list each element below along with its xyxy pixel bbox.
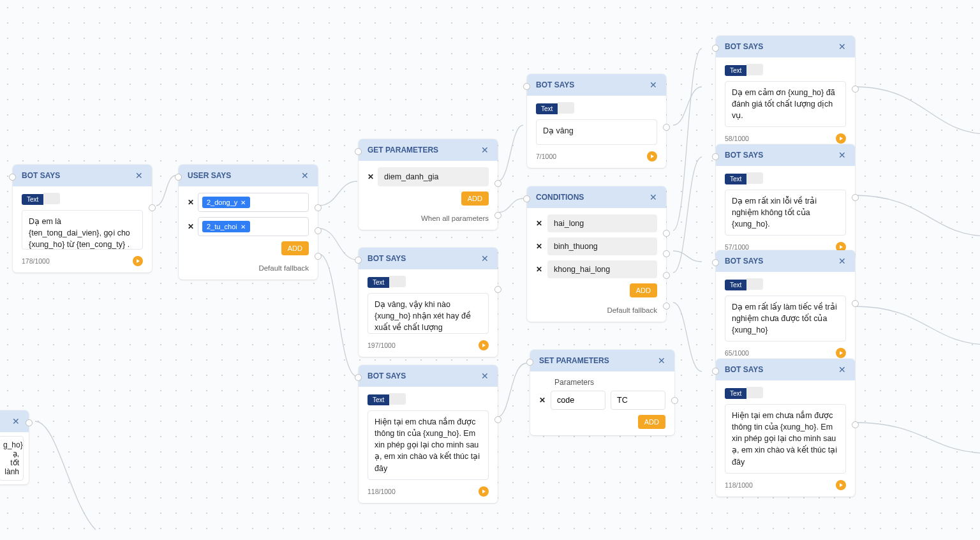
condition-item[interactable]: khong_hai_long (547, 260, 657, 278)
speech-text[interactable]: Dạ em cảm ơn {xung_ho} đã đánh giá tốt c… (725, 81, 846, 127)
input-port[interactable] (175, 174, 182, 181)
output-port[interactable] (852, 86, 859, 93)
close-icon[interactable]: ✕ (838, 150, 846, 160)
close-icon[interactable]: ✕ (481, 371, 489, 381)
bot-says-node-followup[interactable]: BOT SAYS ✕ Text Dạ vâng, vậy khi nào {xu… (359, 248, 498, 357)
speech-text[interactable]: Hiện tại em chưa nắm được thông tin của … (725, 404, 846, 474)
output-port-3[interactable] (663, 272, 670, 279)
output-port[interactable] (671, 397, 678, 404)
bot-says-node-noinfo[interactable]: BOT SAYS ✕ Text Hiện tại em chưa nắm đượ… (359, 365, 498, 503)
node-header[interactable]: SET PARAMETERS ✕ (530, 350, 674, 371)
play-icon[interactable] (479, 340, 489, 350)
remove-icon[interactable]: ✕ (539, 396, 546, 405)
text-type-toggle[interactable]: Text (22, 193, 60, 205)
text-type-toggle[interactable]: Text (725, 278, 763, 290)
bot-says-node-noinfo2[interactable]: BOT SAYS ✕ Text Hiện tại em chưa nắm đượ… (716, 359, 855, 497)
output-port[interactable] (494, 286, 501, 293)
input-port[interactable] (712, 153, 719, 160)
output-port[interactable] (494, 416, 501, 423)
input-port[interactable] (712, 368, 719, 375)
play-icon[interactable] (479, 486, 489, 497)
set-parameters-node[interactable]: SET PARAMETERS ✕ Parameters ✕ code TC AD… (530, 350, 674, 435)
bot-says-node-yes[interactable]: BOT SAYS ✕ Text Dạ vâng 7/1000 (527, 74, 666, 168)
node-header[interactable]: GET PARAMETERS ✕ (359, 139, 498, 161)
close-icon[interactable]: ✕ (301, 170, 309, 181)
close-icon[interactable]: ✕ (481, 145, 489, 155)
node-header[interactable]: BOT SAYS ✕ (716, 36, 855, 57)
param-key[interactable]: code (551, 391, 605, 410)
input-port[interactable] (523, 195, 530, 202)
play-icon[interactable] (647, 151, 657, 161)
remove-icon[interactable]: ✕ (188, 222, 194, 231)
node-header[interactable]: BOT SAYS ✕ (716, 250, 855, 272)
output-port[interactable] (852, 421, 859, 428)
remove-icon[interactable]: ✕ (536, 265, 542, 274)
output-port-param[interactable] (494, 180, 501, 187)
text-type-toggle[interactable]: Text (368, 393, 406, 405)
node-header[interactable]: BOT SAYS ✕ (716, 359, 855, 380)
input-port[interactable] (712, 259, 719, 266)
condition-item[interactable]: hai_long (547, 214, 657, 232)
close-icon[interactable]: ✕ (838, 41, 846, 52)
input-port[interactable] (523, 83, 530, 90)
play-icon[interactable] (836, 348, 846, 358)
output-port[interactable] (26, 419, 33, 426)
input-port[interactable] (9, 174, 16, 181)
speech-text[interactable]: Dạ em rất xin lỗi về trải nghiệm không t… (725, 190, 846, 236)
speech-text[interactable]: Hiện tại em chưa nắm được thông tin của … (368, 410, 489, 480)
output-port[interactable] (149, 204, 156, 211)
text-type-toggle[interactable]: Text (725, 172, 763, 184)
speech-text[interactable]: Dạ vâng (536, 119, 657, 145)
get-parameters-node[interactable]: GET PARAMETERS ✕ ✕ diem_danh_gia ADD Whe… (359, 139, 498, 230)
node-header[interactable]: CONDITIONS ✕ (527, 186, 666, 208)
close-icon[interactable]: ✕ (658, 356, 665, 366)
node-header[interactable]: BOT SAYS ✕ (716, 144, 855, 166)
input-port[interactable] (355, 374, 362, 381)
intent-input-2[interactable]: 2_tu_choi✕ (198, 217, 309, 236)
add-button[interactable]: ADD (281, 241, 309, 255)
chip-remove-icon[interactable]: ✕ (241, 223, 246, 230)
user-says-node[interactable]: USER SAYS ✕ ✕ 2_dong_y✕ ✕ 2_tu_choi✕ ADD… (179, 165, 318, 280)
add-button[interactable]: ADD (630, 283, 657, 297)
close-icon[interactable]: ✕ (838, 256, 846, 266)
output-port[interactable] (852, 194, 859, 201)
partial-node-cutoff[interactable]: ✕ g_ho} ạ, tốt lành (0, 410, 29, 484)
remove-icon[interactable]: ✕ (536, 219, 542, 228)
text-type-toggle[interactable]: Text (536, 102, 574, 114)
close-icon[interactable]: ✕ (650, 80, 657, 90)
text-type-toggle[interactable]: Text (725, 64, 763, 76)
output-port-2[interactable] (315, 227, 322, 234)
flow-canvas[interactable]: .ln{fill:none;stroke:#c8cfd6;stroke-widt… (0, 0, 980, 540)
output-port[interactable] (663, 124, 670, 131)
remove-icon[interactable]: ✕ (368, 172, 374, 181)
add-button[interactable]: ADD (461, 191, 489, 206)
output-port[interactable] (852, 300, 859, 307)
node-header[interactable]: BOT SAYS ✕ (359, 365, 498, 387)
param-name[interactable]: diem_danh_gia (378, 167, 489, 186)
play-icon[interactable] (133, 256, 143, 266)
condition-item[interactable]: binh_thuong (547, 237, 657, 255)
output-port-fallback[interactable] (315, 253, 322, 260)
input-port[interactable] (355, 148, 362, 155)
text-type-toggle[interactable]: Text (725, 387, 763, 399)
input-port[interactable] (355, 257, 362, 264)
speech-text[interactable]: Dạ em là {ten_tong_dai_vien}, gọi cho {x… (22, 210, 143, 250)
output-port-1[interactable] (663, 230, 670, 237)
param-value[interactable]: TC (611, 391, 665, 410)
remove-icon[interactable]: ✕ (188, 198, 194, 207)
output-port-all[interactable] (494, 212, 501, 219)
input-port[interactable] (712, 45, 719, 52)
input-port[interactable] (526, 359, 533, 366)
speech-text[interactable]: Dạ em rất lấy làm tiếc về trải nghiệm ch… (725, 296, 846, 341)
close-icon[interactable]: ✕ (481, 253, 489, 264)
close-icon[interactable]: ✕ (650, 192, 657, 202)
close-icon[interactable]: ✕ (838, 364, 846, 375)
bot-says-node-intro[interactable]: BOT SAYS ✕ Text Dạ em là {ten_tong_dai_v… (13, 165, 152, 273)
bot-says-node-sorry[interactable]: BOT SAYS ✕ Text Dạ em rất xin lỗi về trả… (716, 144, 855, 259)
bot-says-node-regret[interactable]: BOT SAYS ✕ Text Dạ em rất lấy làm tiếc v… (716, 250, 855, 364)
text-type-toggle[interactable]: Text (368, 276, 406, 288)
bot-says-node-thanks[interactable]: BOT SAYS ✕ Text Dạ em cảm ơn {xung_ho} đ… (716, 36, 855, 150)
conditions-node[interactable]: CONDITIONS ✕ ✕hai_long ✕binh_thuong ✕kho… (527, 186, 666, 322)
node-header[interactable]: BOT SAYS ✕ (359, 248, 498, 269)
node-header[interactable]: BOT SAYS ✕ (527, 74, 666, 96)
